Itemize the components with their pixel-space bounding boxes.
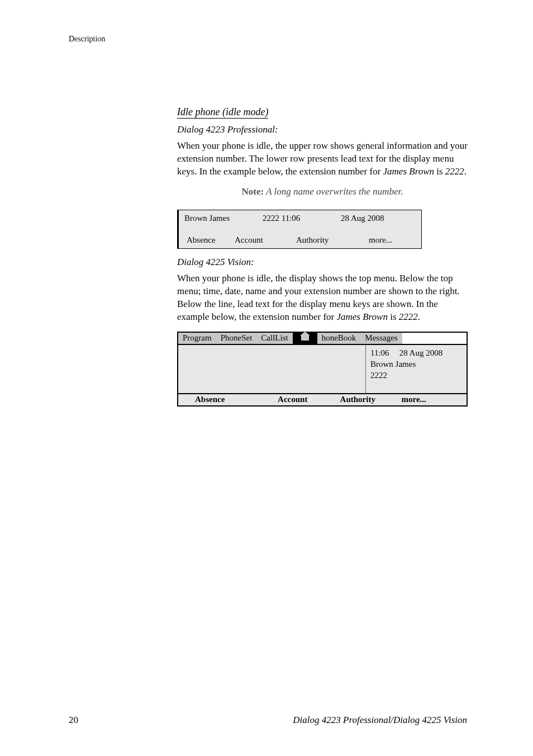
display-body-left [178,345,366,393]
softkey-absence: Absence [178,395,260,404]
softkey-absence: Absence [184,235,235,245]
text: . [418,311,420,322]
menu-calllist: CallList [256,333,292,344]
display-date: 28 Aug 2008 [399,348,443,357]
display-body-right: 11:0628 Aug 2008 Brown James 2222 [366,345,467,393]
page-number: 20 [69,715,78,726]
main-content: Idle phone (idle mode) Dialog 4223 Profe… [177,106,468,407]
home-icon [301,336,309,341]
note-text: A long name overwrites the number. [264,186,403,197]
display-ext: 2222 [370,370,462,381]
note: Note: A long name overwrites the number. [177,186,468,197]
model-subtitle-4223: Dialog 4223 Professional: [177,124,468,135]
running-header: Description [69,35,105,44]
phone-display-4223: Brown James 2222 11:06 28 Aug 2008 Absen… [177,210,422,249]
softkey-account: Account [235,235,296,245]
text-italic: James Brown [383,166,434,177]
text-italic: James Brown [336,311,387,322]
display-top-menu: Program PhoneSet CallList honeBook Messa… [178,333,467,345]
page-footer: 20 Dialog 4223 Professional/Dialog 4225 … [69,715,467,726]
softkey-authority: Authority [296,235,363,245]
menu-messages: Messages [360,333,402,344]
display-name: Brown James [184,214,263,223]
softkey-authority: Authority [325,395,391,404]
display-name: Brown James [370,358,462,370]
display-time: 11:06 [370,348,389,357]
display-date: 28 Aug 2008 [330,214,416,223]
paragraph-4225: When your phone is idle, the display sho… [177,272,468,324]
display-body: 11:0628 Aug 2008 Brown James 2222 [178,345,467,393]
display-ext-time: 2222 11:06 [263,214,330,223]
text: is [388,311,399,322]
section-title: Idle phone (idle mode) [177,106,268,119]
menu-program: Program [178,333,216,344]
softkey-account: Account [260,395,326,404]
paragraph-4223: When your phone is idle, the upper row s… [177,140,468,178]
phone-display-4225: Program PhoneSet CallList honeBook Messa… [177,332,468,407]
display-softkey-row: Absence Account Authority more... [179,234,421,248]
text-italic: 2222 [399,311,418,322]
text: is [434,166,445,177]
text: . [464,166,467,177]
display-softkey-row: Absence Account Authority more... [178,393,467,405]
text-italic: 2222 [445,166,464,177]
softkey-more: more... [391,395,467,404]
footer-title: Dialog 4223 Professional/Dialog 4225 Vis… [293,715,467,726]
model-subtitle-4225: Dialog 4225 Vision: [177,257,468,268]
menu-phonebook: honeBook [317,333,361,344]
menu-home-icon [293,333,317,344]
menu-phoneset: PhoneSet [216,333,257,344]
note-label: Note: [242,186,264,197]
softkey-more: more... [363,235,416,245]
display-top-row: Brown James 2222 11:06 28 Aug 2008 [179,210,421,224]
